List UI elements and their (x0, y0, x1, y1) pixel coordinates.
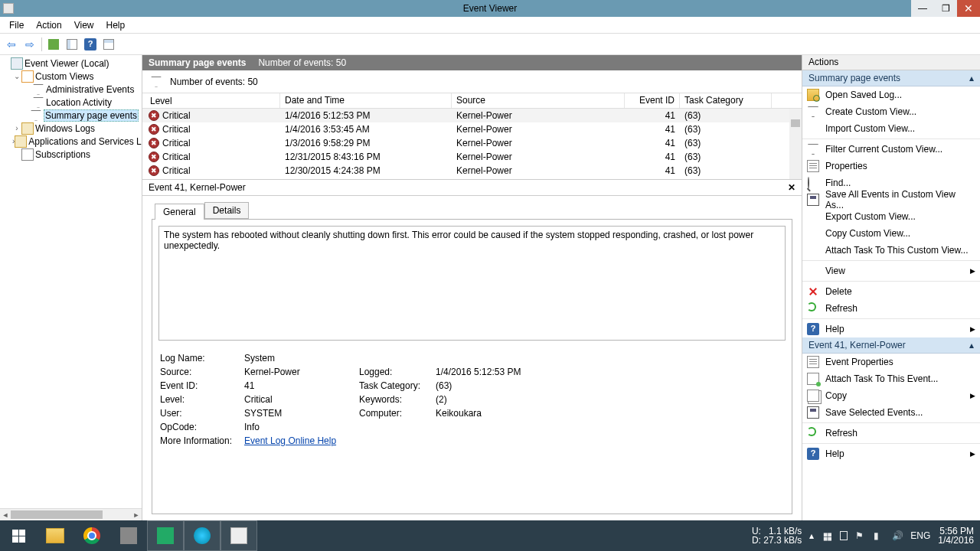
action-help-2[interactable]: ?Help▶ (802, 445, 980, 462)
table-row[interactable]: ✖Critical12/30/2015 4:24:38 PMKernel-Pow… (142, 164, 802, 178)
action-attach-task-event[interactable]: Attach Task To This Event... (802, 370, 980, 387)
folder-icon (21, 122, 34, 135)
taskbar-explorer[interactable] (37, 520, 74, 551)
minimize-button[interactable]: — (911, 0, 934, 17)
tray-icon[interactable] (840, 531, 848, 540)
filter-icon (150, 76, 162, 88)
nav-back-button[interactable] (3, 36, 20, 53)
actions-section-event[interactable]: Event 41, Kernel-Power▴ (802, 337, 980, 354)
action-delete[interactable]: Delete (802, 283, 980, 300)
action-save-all-events[interactable]: Save All Events in Custom View As... (802, 191, 980, 208)
nav-tree[interactable]: Event Viewer (Local) ⌄Custom Views Admin… (0, 55, 142, 520)
network-icon[interactable]: ▮ (874, 530, 884, 541)
col-taskcategory[interactable]: Task Category (680, 93, 772, 108)
action-refresh-2[interactable]: Refresh (802, 425, 980, 442)
tree-hscrollbar[interactable]: ◄► (0, 508, 142, 520)
taskbar-app2[interactable] (147, 520, 184, 551)
tree-summary-page-events[interactable]: Summary page events (0, 109, 142, 122)
tab-general-body: The system has rebooted without cleanly … (152, 219, 792, 514)
taskbar-eventviewer[interactable] (220, 520, 257, 551)
table-row[interactable]: ✖Critical1/4/2016 3:53:45 AMKernel-Power… (142, 122, 802, 136)
label-level: Level: (160, 394, 244, 405)
action-copy[interactable]: Copy▶ (802, 387, 980, 404)
col-level[interactable]: Level (142, 93, 280, 108)
taskbar-app3[interactable] (184, 520, 220, 551)
tab-general[interactable]: General (155, 204, 204, 220)
action-export-custom-view[interactable]: Export Custom View... (802, 208, 980, 225)
maximize-button[interactable]: ❐ (934, 0, 957, 17)
system-tray[interactable]: U: 1.1 kB/s D: 27.3 kB/s ▴ ⚑ ▮ 🔊 ENG 5:5… (752, 527, 980, 545)
table-row[interactable]: ✖Critical1/3/2016 9:58:29 PMKernel-Power… (142, 136, 802, 150)
action-create-custom-view[interactable]: Create Custom View... (802, 103, 980, 120)
nav-forward-button[interactable] (21, 36, 38, 53)
blank-icon (807, 244, 819, 256)
collapse-icon: ▴ (969, 340, 974, 350)
chevron-right-icon: ▶ (970, 450, 975, 458)
close-button[interactable]: ✕ (957, 0, 980, 17)
show-tree-button[interactable] (45, 36, 62, 53)
col-eventid[interactable]: Event ID (625, 93, 680, 108)
help-icon: ? (807, 448, 819, 460)
col-source[interactable]: Source (452, 93, 625, 108)
link-moreinfo[interactable]: Event Log Online Help (244, 435, 359, 446)
action-refresh[interactable]: Refresh (802, 300, 980, 317)
action-help[interactable]: ?Help▶ (802, 321, 980, 337)
language-indicator[interactable]: ENG (910, 530, 930, 541)
label-keywords: Keywords: (359, 394, 436, 405)
volume-icon[interactable]: 🔊 (892, 530, 903, 541)
actions-section-view[interactable]: Summary page events▴ (802, 70, 980, 86)
action-open-saved-log[interactable]: Open Saved Log... (802, 86, 980, 103)
pane2-button[interactable] (100, 36, 117, 53)
grid-vscrollbar[interactable] (789, 109, 802, 179)
folder-icon (15, 135, 27, 148)
tree-root[interactable]: Event Viewer (Local) (0, 57, 142, 70)
filter-row: Number of events: 50 (142, 70, 802, 93)
tree-subscriptions[interactable]: Subscriptions (0, 148, 142, 161)
menu-view[interactable]: View (68, 18, 100, 32)
filter-icon (32, 83, 44, 96)
action-import-custom-view[interactable]: Import Custom View... (802, 120, 980, 137)
clock[interactable]: 5:56 PM 1/4/2016 (938, 527, 974, 545)
tray-overflow-icon[interactable]: ▴ (809, 530, 814, 541)
menu-action[interactable]: Action (30, 18, 67, 32)
event-properties-grid: Log Name: System Source: Kernel-Power Lo… (158, 353, 786, 446)
error-icon: ✖ (149, 152, 159, 162)
tree-app-services-logs[interactable]: ›Applications and Services Lo (0, 135, 142, 148)
tree-custom-views[interactable]: ⌄Custom Views (0, 70, 142, 83)
error-icon: ✖ (149, 110, 159, 121)
tray-icon[interactable]: ⚑ (855, 530, 866, 541)
pane1-button[interactable] (64, 36, 80, 53)
action-properties[interactable]: Properties (802, 158, 980, 174)
filter-icon (30, 109, 42, 122)
action-view-submenu[interactable]: View▶ (802, 262, 980, 279)
filter-count: Number of events: 50 (170, 77, 258, 87)
tray-icon[interactable] (822, 530, 832, 541)
action-copy-custom-view[interactable]: Copy Custom View... (802, 225, 980, 242)
value-opcode: Info (244, 422, 359, 432)
tab-details[interactable]: Details (204, 202, 250, 219)
value-logged: 1/4/2016 5:12:53 PM (436, 367, 573, 377)
action-filter-custom-view[interactable]: Filter Current Custom View... (802, 141, 980, 158)
value-keywords: (2) (436, 394, 573, 405)
help-button[interactable]: ? (82, 36, 99, 53)
table-row[interactable]: ✖Critical1/4/2016 5:12:53 PMKernel-Power… (142, 109, 802, 122)
action-event-properties[interactable]: Event Properties (802, 354, 980, 370)
taskbar-app1[interactable] (110, 520, 147, 551)
tree-windows-logs[interactable]: ›Windows Logs (0, 122, 142, 135)
taskbar-chrome[interactable] (74, 520, 110, 551)
tree-location-activity[interactable]: Location Activity (0, 96, 142, 109)
table-row[interactable]: ✖Critical12/31/2015 8:43:16 PMKernel-Pow… (142, 150, 802, 164)
grid-body[interactable]: ✖Critical1/4/2016 5:12:53 PMKernel-Power… (142, 109, 802, 179)
menu-file[interactable]: File (3, 18, 30, 32)
menu-help[interactable]: Help (100, 18, 132, 32)
col-date[interactable]: Date and Time (280, 93, 452, 108)
grid-header[interactable]: Level Date and Time Source Event ID Task… (142, 93, 802, 109)
help-icon: ? (807, 323, 819, 335)
action-attach-task-view[interactable]: Attach Task To This Custom View... (802, 242, 980, 259)
detail-close-button[interactable]: ✕ (788, 182, 795, 193)
tree-admin-events[interactable]: Administrative Events (0, 83, 142, 96)
start-button[interactable] (0, 520, 37, 551)
action-save-selected[interactable]: Save Selected Events... (802, 404, 980, 421)
taskbar[interactable]: U: 1.1 kB/s D: 27.3 kB/s ▴ ⚑ ▮ 🔊 ENG 5:5… (0, 520, 980, 551)
event-description: The system has rebooted without cleanly … (158, 226, 786, 341)
